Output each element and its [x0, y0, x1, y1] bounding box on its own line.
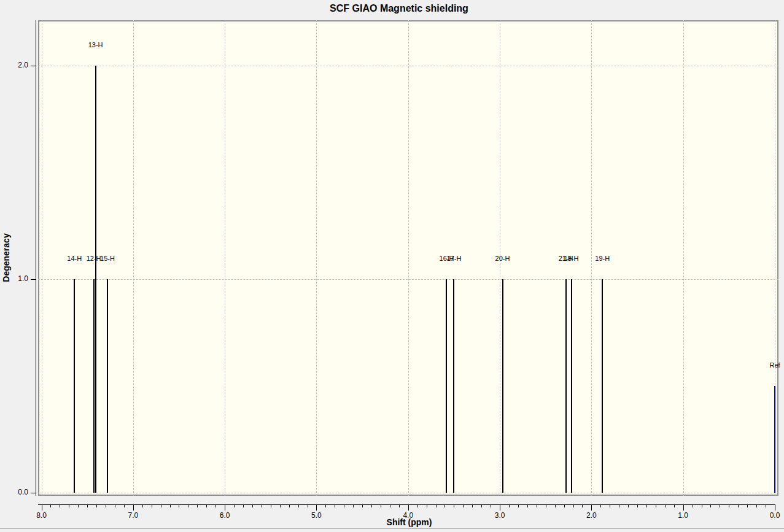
x-minor-tick [564, 504, 565, 507]
x-minor-tick [417, 504, 418, 507]
x-tick-label: 8.0 [29, 511, 54, 520]
chart-title: SCF GIAO Magnetic shielding [0, 3, 784, 14]
x-minor-tick [546, 504, 546, 507]
x-tick-label: 7.0 [121, 511, 146, 520]
x-minor-tick [436, 504, 437, 507]
window-bottom-edge [0, 528, 784, 529]
x-major-tick [683, 504, 684, 511]
x-minor-tick [454, 504, 454, 507]
x-minor-tick [427, 504, 427, 507]
peak-line-19-h [602, 279, 603, 493]
x-minor-tick [215, 504, 216, 507]
x-minor-tick [106, 504, 106, 507]
x-minor-tick [170, 504, 171, 507]
peak-label-15-h: 15-H [89, 255, 126, 262]
x-minor-tick [628, 504, 629, 507]
x-minor-tick [197, 504, 198, 507]
x-major-tick [133, 504, 134, 511]
x-minor-tick [738, 504, 739, 507]
x-major-tick [42, 504, 42, 511]
x-minor-tick [555, 504, 556, 507]
x-minor-tick [161, 504, 161, 507]
peak-line-12-h [93, 279, 95, 493]
x-minor-tick [756, 504, 757, 507]
x-minor-tick [353, 504, 354, 507]
x-gridline [683, 20, 684, 496]
x-minor-tick [78, 504, 79, 507]
x-minor-tick [280, 504, 281, 507]
x-minor-tick [720, 504, 720, 507]
x-gridline [408, 20, 409, 496]
y-gridline [38, 279, 778, 280]
x-minor-tick [600, 504, 601, 507]
x-minor-tick [693, 504, 693, 507]
x-minor-tick [390, 504, 390, 507]
x-minor-tick [381, 504, 381, 507]
x-minor-tick [289, 504, 290, 507]
x-minor-tick [179, 504, 179, 507]
y-major-tick [31, 66, 36, 66]
x-minor-tick [69, 504, 69, 507]
x-minor-tick [96, 504, 97, 507]
x-minor-tick [371, 504, 372, 507]
x-major-tick [225, 504, 225, 511]
x-minor-tick [481, 504, 482, 507]
y-gridline [38, 66, 778, 66]
y-tick-label: 1.0 [7, 274, 28, 283]
peak-line-21-h [565, 279, 567, 493]
x-minor-tick [766, 504, 766, 507]
peak-label-13-h: 13-H [77, 41, 114, 48]
y-major-tick [31, 279, 36, 280]
x-minor-tick [619, 504, 619, 507]
x-minor-tick [747, 504, 748, 507]
x-tick-label: 5.0 [304, 511, 328, 520]
x-major-tick [316, 504, 317, 511]
x-minor-tick [637, 504, 638, 507]
x-minor-tick [262, 504, 262, 507]
x-minor-tick [518, 504, 519, 507]
peak-line-15-h [107, 279, 108, 493]
x-minor-tick [472, 504, 473, 507]
x-minor-tick [656, 504, 656, 507]
x-major-tick [591, 504, 592, 511]
peak-line-20-h [502, 279, 503, 493]
x-major-tick [500, 504, 500, 511]
x-minor-tick [50, 504, 51, 507]
x-minor-tick [582, 504, 583, 507]
peak-line-14-h [74, 279, 75, 493]
x-gridline [42, 20, 42, 496]
x-minor-tick [206, 504, 207, 507]
x-gridline [316, 20, 317, 496]
x-minor-tick [308, 504, 308, 507]
y-axis-line [36, 20, 36, 496]
x-minor-tick [702, 504, 702, 507]
x-tick-label: 4.0 [396, 511, 421, 520]
y-tick-label: 0.0 [7, 488, 28, 496]
peak-line-16-h [446, 279, 447, 493]
y-major-tick [31, 493, 36, 493]
x-tick-label: 6.0 [212, 511, 237, 520]
x-minor-tick [463, 504, 464, 507]
x-minor-tick [573, 504, 574, 507]
x-minor-tick [444, 504, 445, 507]
x-minor-tick [87, 504, 88, 507]
peak-label-17-h: 17-H [435, 255, 472, 262]
peak-line-18-h [571, 279, 572, 493]
x-minor-tick [60, 504, 60, 507]
x-minor-tick [344, 504, 344, 507]
x-major-tick [408, 504, 409, 511]
x-minor-tick [188, 504, 188, 507]
x-minor-tick [335, 504, 335, 507]
x-minor-tick [527, 504, 528, 507]
x-gridline [225, 20, 225, 496]
x-minor-tick [362, 504, 363, 507]
x-minor-tick [610, 504, 610, 507]
x-minor-tick [710, 504, 711, 507]
x-minor-tick [729, 504, 729, 507]
x-tick-label: 1.0 [671, 511, 696, 520]
x-minor-tick [142, 504, 143, 507]
y-tick-label: 2.0 [7, 61, 28, 69]
x-minor-tick [674, 504, 675, 507]
x-minor-tick [298, 504, 299, 507]
x-tick-label: 2.0 [579, 511, 604, 520]
